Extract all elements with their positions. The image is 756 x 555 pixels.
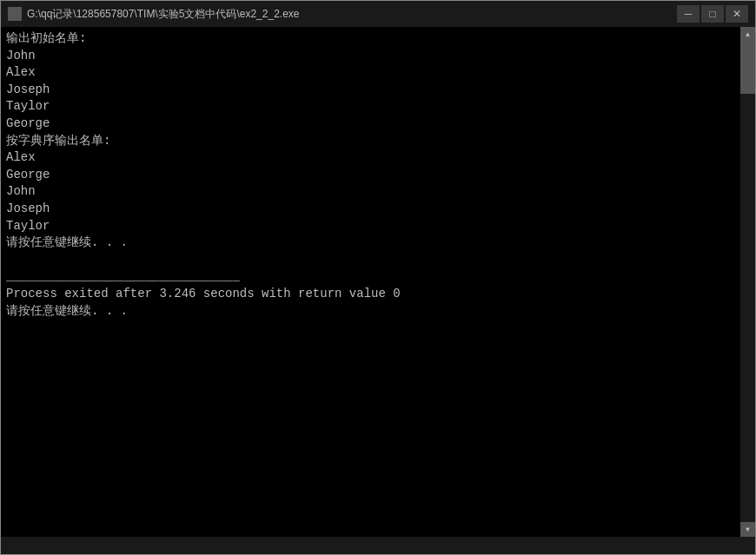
title-bar-controls: ─ □ ✕ [677,5,748,23]
console-output-area: 输出初始名单: John Alex Joseph Taylor George 按… [1,27,755,537]
console-window: G:\qq记录\1285657807\TIM\实验5文档中代码\ex2_2_2.… [0,0,756,555]
scroll-down-arrow[interactable]: ▼ [740,522,755,537]
scroll-up-arrow[interactable]: ▲ [740,27,755,42]
close-button[interactable]: ✕ [726,5,748,23]
scrollbar-thumb[interactable] [740,42,755,94]
title-bar: G:\qq记录\1285657807\TIM\实验5文档中代码\ex2_2_2.… [1,1,755,27]
scrollbar[interactable]: ▲ ▼ [740,27,755,537]
minimize-button[interactable]: ─ [677,5,700,23]
console-content: 输出初始名单: John Alex Joseph Taylor George 按… [6,30,750,320]
title-bar-text: G:\qq记录\1285657807\TIM\实验5文档中代码\ex2_2_2.… [27,7,677,22]
scrollbar-track[interactable] [740,42,755,522]
bottom-bar [1,537,755,554]
window-icon [8,7,22,21]
maximize-button[interactable]: □ [701,5,724,23]
